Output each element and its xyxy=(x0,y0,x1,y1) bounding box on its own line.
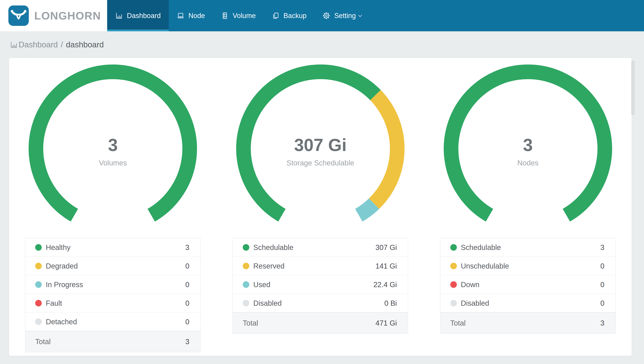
legend-row: Disabled 0 xyxy=(440,294,616,312)
legend-label: Detached xyxy=(46,318,77,326)
donut-chart-volumes: 3 Volumes xyxy=(28,64,197,233)
legend-dot xyxy=(450,300,457,306)
nav-tab-label: Volume xyxy=(233,12,256,20)
total-label: Total xyxy=(243,319,258,327)
legend-label: Healthy xyxy=(46,244,70,252)
bar-chart-icon xyxy=(115,12,123,20)
legend-dot xyxy=(35,318,42,325)
volumes-column: 3 Volumes Healthy 3 Degraded 0 In Progre… xyxy=(9,58,217,356)
legend-value: 3 xyxy=(600,244,604,252)
legend-row: Reserved 141 Gi xyxy=(233,256,408,275)
legend-label: Fault xyxy=(46,299,62,307)
copy-icon xyxy=(272,12,280,20)
nav-tab-dashboard[interactable]: Dashboard xyxy=(107,0,169,31)
total-label: Total xyxy=(450,319,466,327)
legend-row: In Progress 0 xyxy=(25,275,200,294)
donut-center-label: Storage Schedulable xyxy=(286,159,354,167)
legend-value: 3 xyxy=(185,244,189,252)
longhorn-logo[interactable]: LONGHORN xyxy=(0,0,107,31)
breadcrumb-root[interactable]: Dashboard xyxy=(18,40,58,49)
chevron-down-icon xyxy=(357,12,363,19)
legend-row: Schedulable 307 Gi xyxy=(233,238,408,256)
legend-dot xyxy=(35,281,42,288)
bull-icon xyxy=(10,7,27,24)
nodes-column: 3 Nodes Schedulable 3 Unschedulable 0 Do… xyxy=(424,58,632,356)
legend-label: Unschedulable xyxy=(461,262,509,270)
top-nav-bar: LONGHORN Dashboard Node Volume xyxy=(0,0,644,31)
total-value: 471 Gi xyxy=(376,319,397,327)
donut-center-value: 3 xyxy=(108,135,118,155)
legend-value: 22.4 Gi xyxy=(374,280,397,289)
legend-table-volumes: Healthy 3 Degraded 0 In Progress 0 Fault… xyxy=(25,238,201,352)
legend-value: 141 Gi xyxy=(376,262,397,270)
legend-row: Unschedulable 0 xyxy=(440,256,616,275)
longhorn-logo-icon xyxy=(8,6,29,26)
main-card: 3 Volumes Healthy 3 Degraded 0 In Progre… xyxy=(9,58,632,356)
total-label: Total xyxy=(35,338,51,346)
bar-chart-icon xyxy=(10,41,18,49)
brand-name: LONGHORN xyxy=(34,10,101,22)
nav-tab-volume[interactable]: Volume xyxy=(213,0,264,31)
legend-row: Disabled 0 Bi xyxy=(233,294,408,312)
legend-value: 0 xyxy=(600,262,604,270)
breadcrumb-separator: / xyxy=(61,40,63,49)
donut-chart-nodes: 3 Nodes xyxy=(444,64,612,233)
donut-center-value: 3 xyxy=(523,135,533,155)
legend-value: 0 xyxy=(185,318,189,326)
legend-table-nodes: Schedulable 3 Unschedulable 0 Down 0 Dis… xyxy=(440,238,616,334)
nav-tab-backup[interactable]: Backup xyxy=(264,0,315,31)
legend-label: Schedulable xyxy=(253,244,294,252)
legend-row: Schedulable 3 xyxy=(440,238,616,256)
legend-dot xyxy=(450,244,457,251)
legend-label: Down xyxy=(461,280,480,289)
legend-row: Fault 0 xyxy=(25,294,200,312)
nav-tab-setting[interactable]: Setting xyxy=(314,0,371,31)
legend-value: 0 xyxy=(185,299,189,307)
legend-label: Degraded xyxy=(46,262,78,270)
server-icon xyxy=(221,12,229,20)
donut-center-label: Volumes xyxy=(99,159,127,167)
legend-label: Disabled xyxy=(461,299,489,307)
nav-tab-label: Backup xyxy=(284,12,307,20)
legend-total-row: Total 3 xyxy=(440,312,616,334)
main-nav: Dashboard Node Volume Backup xyxy=(107,0,644,31)
scrollbar-thumb[interactable] xyxy=(631,61,635,115)
legend-total-row: Total 3 xyxy=(25,331,200,352)
legend-value: 307 Gi xyxy=(376,244,397,252)
legend-value: 0 Bi xyxy=(384,299,397,307)
nav-tab-label: Dashboard xyxy=(127,12,161,20)
legend-row: Detached 0 xyxy=(25,312,200,331)
legend-dot xyxy=(450,281,457,288)
donut-center-value: 307 Gi xyxy=(294,135,346,155)
nav-tab-node[interactable]: Node xyxy=(169,0,213,31)
breadcrumb-current: dashboard xyxy=(66,40,104,49)
storage-column: 307 Gi Storage Schedulable Schedulable 3… xyxy=(217,58,424,356)
legend-value: 0 xyxy=(600,299,604,307)
legend-row: Used 22.4 Gi xyxy=(233,275,408,294)
legend-row: Healthy 3 xyxy=(25,238,200,256)
legend-table-storage: Schedulable 307 Gi Reserved 141 Gi Used … xyxy=(232,238,408,334)
legend-dot xyxy=(35,244,42,251)
donut-chart-storage: 307 Gi Storage Schedulable xyxy=(236,64,404,233)
total-value: 3 xyxy=(185,338,189,346)
legend-dot xyxy=(243,281,249,288)
legend-value: 0 xyxy=(600,280,604,289)
legend-total-row: Total 471 Gi xyxy=(233,312,408,334)
legend-dot xyxy=(450,263,457,269)
legend-dot xyxy=(35,300,42,306)
breadcrumb: Dashboard / dashboard xyxy=(0,31,644,58)
active-tab-indicator xyxy=(107,30,169,31)
legend-row: Down 0 xyxy=(440,275,616,294)
legend-dot xyxy=(243,244,249,251)
total-value: 3 xyxy=(600,319,604,327)
legend-row: Degraded 0 xyxy=(25,256,200,275)
nav-tab-label: Setting xyxy=(334,12,356,20)
legend-label: Reserved xyxy=(253,262,284,270)
donut-center-label: Nodes xyxy=(517,159,538,167)
legend-label: Used xyxy=(253,280,270,289)
legend-value: 0 xyxy=(185,280,189,289)
laptop-icon xyxy=(177,12,184,20)
legend-value: 0 xyxy=(185,262,189,270)
legend-dot xyxy=(243,263,249,269)
legend-label: Disabled xyxy=(253,299,282,307)
